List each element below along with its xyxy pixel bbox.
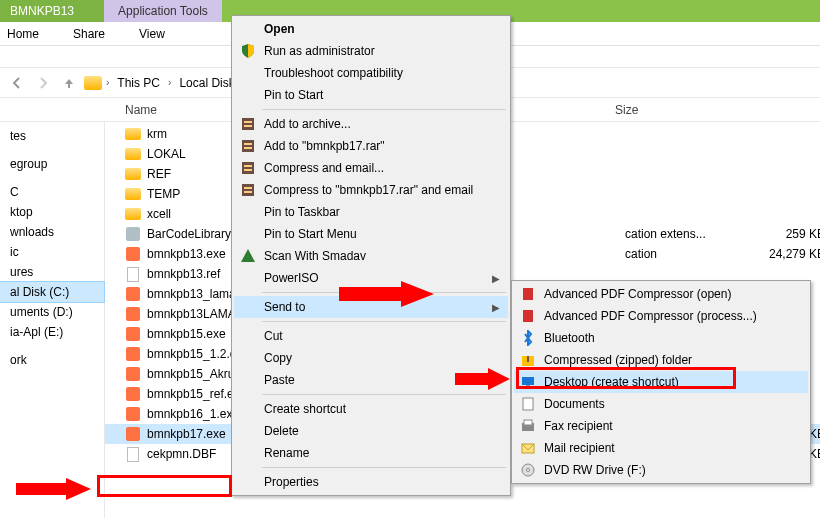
menu-label: Paste	[264, 373, 295, 387]
column-name[interactable]: Name	[125, 98, 157, 122]
menu-label: Compressed (zipped) folder	[544, 353, 692, 367]
sidebar-item-network[interactable]: ork	[0, 350, 104, 370]
menu-label: Rename	[264, 446, 309, 460]
fox-icon	[125, 406, 141, 422]
menu-item[interactable]: Open	[234, 18, 508, 40]
file-size: 24,279 KB	[745, 247, 820, 261]
menu-item[interactable]: Run as administrator	[234, 40, 508, 62]
menu-item[interactable]: Pin to Start Menu	[234, 223, 508, 245]
column-size[interactable]: Size	[615, 98, 638, 122]
fox-icon	[125, 326, 141, 342]
sidebar-item-apl[interactable]: ia-Apl (E:)	[0, 322, 104, 342]
svg-rect-13	[523, 288, 533, 300]
menu-item[interactable]: Pin to Taskbar	[234, 201, 508, 223]
svg-rect-3	[242, 140, 254, 152]
back-button[interactable]	[6, 72, 28, 94]
menu-label: Send to	[264, 300, 305, 314]
svg-rect-2	[244, 125, 252, 127]
menu-item[interactable]: Cut	[234, 325, 508, 347]
svg-rect-11	[244, 191, 252, 193]
up-button[interactable]	[58, 72, 80, 94]
menu-label: Pin to Start	[264, 88, 323, 102]
pdf-icon	[519, 285, 537, 303]
app-tools-tab[interactable]: Application Tools	[104, 0, 222, 22]
sidebar-item-thispc[interactable]: C	[0, 182, 104, 202]
menu-label: Documents	[544, 397, 605, 411]
menu-label: Advanced PDF Compressor (process...)	[544, 309, 757, 323]
sidebar-item-favorites[interactable]: tes	[0, 126, 104, 146]
tab-home[interactable]: Home	[5, 23, 41, 45]
menu-item[interactable]: Documents	[514, 393, 808, 415]
svg-rect-10	[244, 187, 252, 189]
sidebar-item-localc[interactable]: al Disk (C:)	[0, 282, 104, 302]
menu-item[interactable]: Send to▶	[234, 296, 508, 318]
menu-item[interactable]: Bluetooth	[514, 327, 808, 349]
file-size: 259 KB	[745, 227, 820, 241]
menu-item[interactable]: Troubleshoot compatibility	[234, 62, 508, 84]
folder-icon	[125, 186, 141, 202]
menu-item[interactable]: Pin to Start	[234, 84, 508, 106]
sidebar-item-pictures[interactable]: ures	[0, 262, 104, 282]
menu-item[interactable]: Paste	[234, 369, 508, 391]
zip-icon	[519, 351, 537, 369]
menu-item[interactable]: Desktop (create shortcut)	[514, 371, 808, 393]
chevron-right-icon: ›	[106, 77, 109, 88]
sidebar-item-docsd[interactable]: uments (D:)	[0, 302, 104, 322]
folder-icon	[125, 146, 141, 162]
menu-item[interactable]: Properties	[234, 471, 508, 493]
forward-button[interactable]	[32, 72, 54, 94]
menu-label: Advanced PDF Compressor (open)	[544, 287, 731, 301]
svg-rect-0	[242, 118, 254, 130]
menu-label: Mail recipient	[544, 441, 615, 455]
menu-item[interactable]: Advanced PDF Compressor (open)	[514, 283, 808, 305]
menu-item[interactable]: DVD RW Drive (F:)	[514, 459, 808, 481]
sidebar-item-desktop[interactable]: ktop	[0, 202, 104, 222]
rar-icon	[239, 159, 257, 177]
menu-item[interactable]: Compress and email...	[234, 157, 508, 179]
tab-view[interactable]: View	[137, 23, 167, 45]
svg-rect-18	[526, 385, 530, 387]
menu-label: Pin to Taskbar	[264, 205, 340, 219]
pdf-icon	[519, 307, 537, 325]
menu-item[interactable]: Scan With Smadav	[234, 245, 508, 267]
dll-icon	[125, 226, 141, 242]
menu-label: Fax recipient	[544, 419, 613, 433]
menu-item[interactable]: Delete	[234, 420, 508, 442]
chevron-right-icon: ›	[168, 77, 171, 88]
menu-item[interactable]: Rename	[234, 442, 508, 464]
rar-icon	[239, 137, 257, 155]
menu-label: Add to archive...	[264, 117, 351, 131]
tab-share[interactable]: Share	[71, 23, 107, 45]
fox-icon	[125, 346, 141, 362]
sidebar-item-music[interactable]: ic	[0, 242, 104, 262]
menu-item[interactable]: Compress to "bmnkpb17.rar" and email	[234, 179, 508, 201]
rar-icon	[239, 115, 257, 133]
svg-rect-16	[527, 356, 529, 362]
context-menu: OpenRun as administratorTroubleshoot com…	[231, 15, 511, 496]
sidebar-item-homegroup[interactable]: egroup	[0, 154, 104, 174]
fox-icon	[125, 306, 141, 322]
breadcrumb-root[interactable]: This PC	[113, 73, 164, 93]
sidebar-item-downloads[interactable]: wnloads	[0, 222, 104, 242]
svg-point-24	[527, 469, 530, 472]
menu-label: Copy	[264, 351, 292, 365]
menu-label: DVD RW Drive (F:)	[544, 463, 646, 477]
svg-rect-17	[522, 377, 534, 385]
menu-label: Compress and email...	[264, 161, 384, 175]
menu-item[interactable]: Copy	[234, 347, 508, 369]
menu-item[interactable]: Add to "bmnkpb17.rar"	[234, 135, 508, 157]
menu-label: Compress to "bmnkpb17.rar" and email	[264, 183, 473, 197]
window-title: BMNKPB13	[0, 0, 104, 22]
menu-item[interactable]: Compressed (zipped) folder	[514, 349, 808, 371]
menu-item[interactable]: Fax recipient	[514, 415, 808, 437]
desk-icon	[519, 373, 537, 391]
menu-item[interactable]: Advanced PDF Compressor (process...)	[514, 305, 808, 327]
menu-label: PowerISO	[264, 271, 319, 285]
menu-label: Scan With Smadav	[264, 249, 366, 263]
menu-item[interactable]: Add to archive...	[234, 113, 508, 135]
folder-icon	[84, 76, 102, 90]
menu-item[interactable]: Create shortcut	[234, 398, 508, 420]
menu-label: Pin to Start Menu	[264, 227, 357, 241]
menu-item[interactable]: PowerISO▶	[234, 267, 508, 289]
menu-item[interactable]: Mail recipient	[514, 437, 808, 459]
